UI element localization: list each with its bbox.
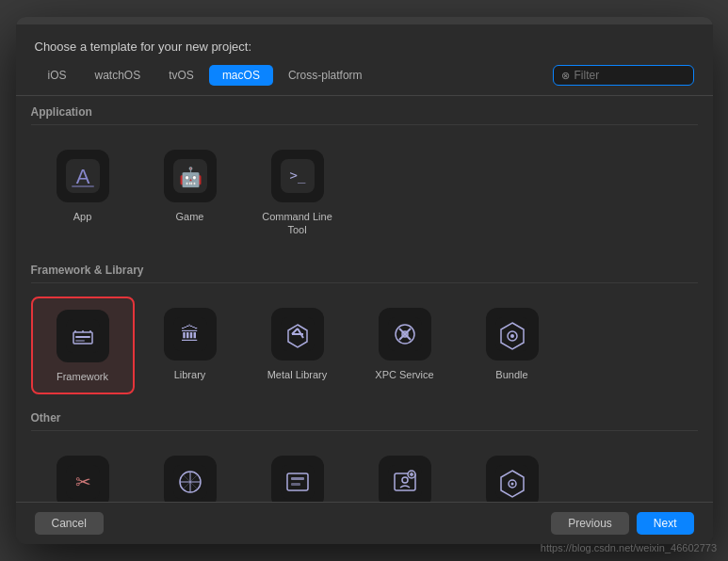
svg-rect-41	[291, 483, 300, 486]
template-item-app[interactable]: A App	[31, 138, 135, 247]
template-item-safari-extension[interactable]: Safari Extension	[138, 444, 242, 502]
section-application: Application A App	[31, 96, 698, 254]
section-application-header: Application	[31, 96, 698, 125]
framework-items-grid: Framework 🏛 Library	[31, 289, 698, 402]
contacts-icon	[379, 456, 431, 502]
command-line-icon: >_	[271, 150, 324, 202]
svg-text:✂: ✂	[74, 472, 90, 492]
tab-watchos[interactable]: watchOS	[82, 65, 154, 86]
tab-cross-platform[interactable]: Cross-platform	[275, 65, 376, 86]
application-items-grid: A App 🤖 Game	[31, 131, 698, 254]
svg-rect-10	[75, 340, 85, 342]
svg-point-29	[510, 334, 514, 338]
app-label: App	[73, 210, 92, 223]
tab-ios[interactable]: iOS	[35, 65, 80, 86]
title-bar	[16, 17, 713, 24]
svg-rect-40	[291, 477, 304, 480]
template-item-xpc-service[interactable]: XPC Service	[353, 297, 457, 394]
dialog-header: Choose a template for your new project: …	[16, 24, 713, 96]
template-item-applescript-app[interactable]: ✂ AppleScript App	[31, 444, 135, 502]
new-project-dialog: Choose a template for your new project: …	[16, 17, 713, 544]
app-icon: A	[57, 150, 109, 202]
template-item-contacts-action[interactable]: Contacts Action	[353, 444, 457, 502]
footer-nav-buttons: Previous Next	[551, 512, 693, 535]
svg-point-51	[510, 482, 513, 485]
template-item-automator-action[interactable]: Automator Action	[246, 444, 349, 502]
filter-box[interactable]: ⊗	[553, 65, 694, 86]
dialog-title: Choose a template for your new project:	[35, 40, 694, 54]
bundle-icon	[486, 308, 539, 361]
section-other: Other ✂ AppleScript App	[31, 402, 698, 502]
template-content: Application A App	[16, 96, 713, 502]
applescript-icon: ✂	[57, 456, 109, 502]
svg-text:🤖: 🤖	[178, 166, 202, 188]
command-line-label: Command Line Tool	[253, 210, 342, 237]
platform-tabs: iOS watchOS tvOS macOS Cross-platform ⊗	[35, 65, 694, 86]
section-framework-header: Framework & Library	[31, 254, 698, 283]
cancel-button[interactable]: Cancel	[35, 512, 104, 535]
template-item-bundle[interactable]: Bundle	[461, 297, 564, 394]
automator-icon	[271, 456, 324, 502]
safari-extension-icon	[164, 456, 217, 502]
svg-rect-38	[281, 465, 315, 499]
game-icon: 🤖	[164, 150, 217, 202]
library-icon: 🏛	[164, 308, 217, 361]
svg-text:A: A	[75, 165, 89, 188]
watermark: https://blog.csdn.net/weixin_46602773	[541, 542, 717, 553]
svg-rect-9	[75, 336, 90, 338]
generic-kernel-icon	[486, 456, 539, 502]
previous-button[interactable]: Previous	[551, 512, 629, 535]
metal-library-label: Metal Library	[267, 368, 328, 381]
framework-icon	[57, 310, 109, 362]
svg-rect-42	[388, 465, 422, 499]
svg-rect-2	[72, 185, 94, 187]
dialog-footer: Cancel Previous Next	[16, 502, 713, 544]
section-other-header: Other	[31, 402, 698, 431]
template-item-library[interactable]: 🏛 Library	[138, 297, 242, 394]
svg-text:🏛: 🏛	[181, 324, 200, 345]
template-item-metal-library[interactable]: Metal Library	[246, 297, 349, 394]
bundle-label: Bundle	[495, 368, 527, 381]
filter-input[interactable]	[574, 69, 686, 82]
template-item-framework[interactable]: Framework	[31, 297, 135, 394]
tab-macos[interactable]: macOS	[209, 65, 273, 86]
svg-text:>_: >_	[289, 168, 305, 184]
metal-library-icon	[271, 308, 324, 361]
other-items-grid: ✂ AppleScript App	[31, 437, 698, 502]
section-framework-library: Framework & Library	[31, 254, 698, 402]
filter-icon: ⊗	[561, 70, 570, 82]
xpc-service-icon	[379, 308, 431, 361]
xpc-service-label: XPC Service	[375, 368, 433, 381]
template-item-command-line-tool[interactable]: >_ Command Line Tool	[246, 138, 349, 247]
tab-tvos[interactable]: tvOS	[155, 65, 207, 86]
template-item-game[interactable]: 🤖 Game	[138, 138, 242, 247]
game-label: Game	[176, 210, 204, 223]
framework-label: Framework	[57, 370, 108, 383]
library-label: Library	[174, 368, 206, 381]
template-item-generic-kernel[interactable]: Generic Kernel	[461, 444, 564, 502]
next-button[interactable]: Next	[637, 512, 694, 535]
